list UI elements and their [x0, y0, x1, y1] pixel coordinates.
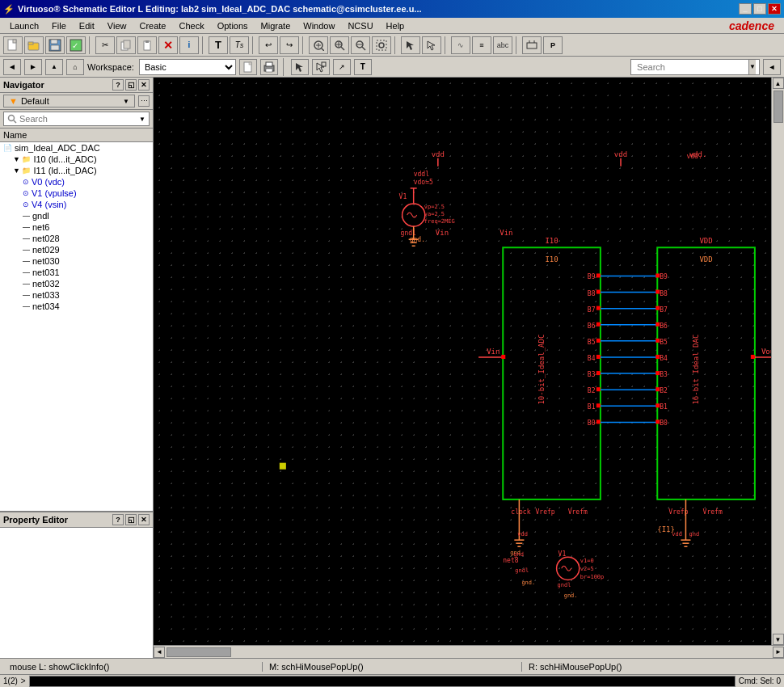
horizontal-scrollbar[interactable]: ◄ ► — [154, 645, 784, 658]
paste-button[interactable] — [137, 36, 157, 54]
nav-float-button[interactable]: ◱ — [125, 79, 137, 91]
route-mode[interactable]: ↗ — [333, 59, 351, 75]
menu-help[interactable]: Help — [380, 19, 411, 32]
scroll-right-button[interactable]: ► — [773, 647, 784, 658]
search-prev-button[interactable]: ◄ — [763, 59, 781, 75]
tree-item-0[interactable]: 📄sim_Ideal_ADC_DAC — [0, 142, 153, 154]
zoom-fit-button[interactable] — [309, 36, 328, 54]
close-button[interactable]: ✕ — [768, 3, 781, 15]
svg-text:B3: B3 — [588, 371, 596, 378]
schematic-area[interactable]: vdd vdd vdd. vddl vdo=5 V1 vp=2.5 va=2.5… — [154, 78, 771, 645]
select2-button[interactable] — [422, 36, 441, 54]
check-button[interactable]: ✓ — [66, 36, 86, 54]
copy-button[interactable] — [116, 36, 136, 54]
nav-search-dropdown[interactable]: ▼ — [139, 116, 145, 123]
cut-button[interactable]: ✂ — [95, 36, 115, 54]
menu-check[interactable]: Check — [172, 19, 210, 32]
menu-launch[interactable]: Launch — [3, 19, 45, 32]
tree-item-3[interactable]: ⊙V0 (vdc) — [0, 176, 153, 188]
tree-item-7[interactable]: —net6 — [0, 221, 153, 233]
scroll-h-thumb[interactable] — [166, 647, 231, 657]
scroll-v-track[interactable] — [773, 89, 784, 634]
print-button[interactable] — [260, 59, 278, 75]
menu-options[interactable]: Options — [211, 19, 255, 32]
undo-button[interactable]: ↩ — [259, 36, 278, 54]
select-mode[interactable] — [291, 59, 309, 75]
minimize-button[interactable]: _ — [739, 3, 752, 15]
prop-close-button[interactable]: ✕ — [138, 514, 150, 525]
toolbar-search-box[interactable]: ▼ — [630, 59, 760, 75]
tree-item-14[interactable]: —net034 — [0, 301, 153, 312]
zoom-out-button[interactable] — [351, 36, 370, 54]
nav-home-button[interactable]: ⌂ — [66, 59, 84, 75]
props-button[interactable]: P — [543, 36, 563, 54]
menu-window[interactable]: Window — [297, 19, 341, 32]
tree-item-13[interactable]: —net033 — [0, 289, 153, 301]
property-editor-title: Property Editor — [3, 515, 68, 525]
svg-marker-37 — [317, 63, 324, 72]
nav-settings-button[interactable]: ⋯ — [138, 95, 150, 107]
scroll-down-button[interactable]: ▼ — [773, 634, 784, 645]
vertical-scrollbar[interactable]: ▲ ▼ — [771, 78, 784, 645]
scroll-up-button[interactable]: ▲ — [773, 78, 784, 89]
nav-up-button[interactable]: ▲ — [45, 59, 63, 75]
save-button[interactable] — [45, 36, 65, 54]
info-button[interactable]: i — [179, 36, 199, 54]
nav-help-button[interactable]: ? — [112, 79, 124, 91]
nav-search-box[interactable]: ▼ — [3, 112, 150, 126]
default-dropdown-button[interactable]: ▼ Default ▼ — [3, 95, 135, 107]
nav-close-button[interactable]: ✕ — [138, 79, 150, 91]
tree-item-8[interactable]: —net028 — [0, 233, 153, 244]
menu-view[interactable]: View — [101, 19, 133, 32]
open-button[interactable] — [24, 36, 44, 54]
tree-item-12[interactable]: —net032 — [0, 278, 153, 289]
zoom-box-button[interactable] — [372, 36, 391, 54]
wire-button[interactable]: ∿ — [451, 36, 470, 54]
scroll-h-track[interactable] — [165, 647, 773, 658]
zoom-in-button[interactable] — [330, 36, 349, 54]
select-button[interactable] — [401, 36, 420, 54]
page-button[interactable] — [239, 59, 257, 75]
text2-button[interactable]: Ts — [230, 36, 249, 54]
command-input[interactable] — [29, 676, 736, 687]
redo-button[interactable]: ↪ — [280, 36, 299, 54]
svg-text:B0: B0 — [660, 419, 668, 427]
menu-ncsu[interactable]: NCSU — [341, 19, 379, 32]
tree-item-10[interactable]: —net030 — [0, 255, 153, 267]
svg-text:freq=2MEG: freq=2MEG — [424, 217, 455, 225]
select-mode2[interactable] — [312, 59, 330, 75]
scroll-v-thumb[interactable] — [773, 91, 783, 123]
menu-migrate[interactable]: Migrate — [255, 19, 297, 32]
text-button[interactable]: T — [209, 36, 228, 54]
nav-fwd-button[interactable]: ► — [24, 59, 42, 75]
tree-item-2[interactable]: ▼ 📁I11 (ld...it_DAC) — [0, 165, 153, 176]
maximize-button[interactable]: □ — [753, 3, 766, 15]
tree-item-5[interactable]: ⊙V4 (vsin) — [0, 199, 153, 210]
search-dropdown-button[interactable]: ▼ — [748, 60, 756, 74]
scroll-left-button[interactable]: ◄ — [154, 647, 165, 658]
default-label: Default — [21, 96, 49, 106]
bus-button[interactable]: ≡ — [472, 36, 491, 54]
prop-float-button[interactable]: ◱ — [125, 514, 137, 525]
delete-button[interactable]: ✕ — [158, 36, 178, 54]
prop-help-button[interactable]: ? — [112, 514, 124, 525]
new-button[interactable] — [3, 36, 23, 54]
svg-rect-75 — [596, 290, 601, 294]
abc-button[interactable]: abc — [493, 36, 512, 54]
tree-item-1[interactable]: ▼ 📁I10 (ld...it_ADC) — [0, 154, 153, 165]
toolbar-search-input[interactable] — [637, 62, 748, 72]
nav-back-button[interactable]: ◄ — [3, 59, 21, 75]
menu-file[interactable]: File — [45, 19, 73, 32]
nav-search-input[interactable] — [19, 114, 139, 124]
sep4 — [302, 36, 306, 54]
menu-edit[interactable]: Edit — [73, 19, 101, 32]
workspace-select[interactable]: Basic — [139, 59, 236, 75]
component-button[interactable] — [522, 36, 542, 54]
menu-create[interactable]: Create — [133, 19, 172, 32]
tree-item-4[interactable]: ⊙V1 (vpulse) — [0, 188, 153, 199]
tree-item-6[interactable]: —gndl — [0, 210, 153, 221]
svg-text:V1: V1 — [558, 550, 567, 558]
text-mode[interactable]: T — [354, 59, 372, 75]
tree-item-11[interactable]: —net031 — [0, 267, 153, 278]
tree-item-9[interactable]: —net029 — [0, 244, 153, 255]
